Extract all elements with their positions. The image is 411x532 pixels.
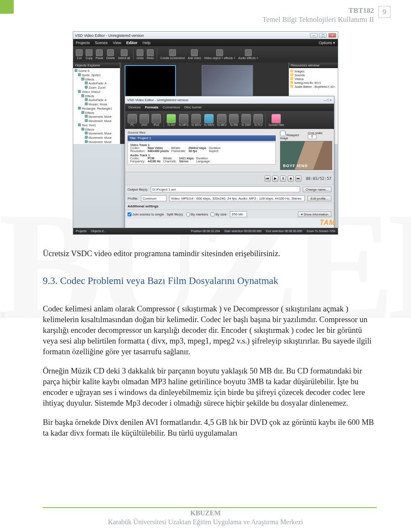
tree-item[interactable]: Sprite: Sprite1 (74, 73, 119, 78)
tree-item[interactable]: Movement: Move (74, 115, 119, 119)
by-markers-checkbox[interactable]: By markers (186, 212, 208, 216)
pause-button[interactable]: ⏸ (280, 176, 286, 182)
device-to-mov[interactable]: To MOV (191, 114, 201, 126)
tree-item[interactable]: Text: Text1 (74, 123, 119, 128)
device-to-mkv[interactable]: To MKV (217, 114, 227, 126)
size-value[interactable]: 650 Mb (230, 211, 247, 217)
redo-button[interactable]: Redo (147, 49, 154, 60)
video-track-heading: Video Track 1: (130, 143, 150, 146)
tree-item[interactable]: Video: Video2 (74, 90, 119, 94)
tree-item[interactable]: Movement: Move (74, 132, 119, 136)
tab-discburner[interactable]: Disc burner (184, 105, 202, 109)
video-track-table: Codec:Raw VideoBitrate:294912 kbpsDurati… (130, 146, 223, 152)
cut-icon (76, 49, 83, 56)
crop-spinner[interactable]: 0 (308, 134, 316, 139)
paste-button[interactable]: Paste (95, 49, 103, 60)
tree-item[interactable]: Mosaic: Mosa (74, 102, 119, 107)
tree-item[interactable]: Zoom: Zoom (74, 86, 119, 90)
tree-item[interactable]: Effects (74, 94, 119, 99)
source-label: Source files (128, 131, 276, 134)
device-ipod[interactable]: iPod (152, 114, 161, 126)
status-objects[interactable]: Objects E... (91, 230, 106, 233)
profile-preset[interactable]: Common (141, 195, 167, 201)
tree-item[interactable]: Movement: Move (74, 136, 119, 140)
main-toolbar: Cut Copy Paste Delete Select all Undo Re… (73, 46, 338, 63)
device-to-flv[interactable]: To FLV (253, 114, 263, 126)
paragraph-3: Bir başka örnekde Divx denilen AVI forma… (43, 417, 377, 439)
tree-item[interactable]: AudioFade: A (74, 81, 119, 86)
minimize-icon[interactable]: – (324, 98, 326, 102)
device-to-rm[interactable]: To RM (229, 114, 238, 126)
tree-item[interactable]: Rectangle: Rectangle1 (74, 107, 119, 111)
menu-scenes[interactable]: Scenes (95, 41, 108, 45)
prev-button[interactable]: ⏮ (265, 176, 271, 182)
menu-options[interactable]: Options ▾ (319, 41, 335, 45)
addvideo-icon (191, 49, 198, 56)
minimize-icon[interactable]: – (310, 33, 318, 38)
resources-list[interactable]: ImagesSoundsVideostuning.m4v.flv; ID=1Ju… (289, 68, 338, 90)
device-to-mpg[interactable]: To MPG (179, 114, 188, 126)
resource-item[interactable]: Images (290, 69, 337, 73)
play-button[interactable]: ▶ (272, 176, 278, 182)
device-row: PCDVDiPodTo AVITo MPGTo MOVTo WMVTo MKVT… (125, 111, 334, 129)
close-icon[interactable]: × (330, 98, 332, 102)
close-icon[interactable]: × (328, 33, 336, 38)
device-convert-files[interactable]: Convert files (268, 114, 284, 126)
device-icon (241, 114, 251, 123)
tree-item[interactable]: Scene 0 (74, 69, 119, 73)
videoobject-button[interactable]: Video object + effects + (204, 49, 235, 60)
delete-button[interactable]: Delete (106, 49, 115, 60)
tree-item[interactable]: AudioFade: A (74, 98, 119, 102)
preview-pane: Reaspect image Crop scale: 0 BOYF IEND (278, 129, 334, 172)
join-scenes-checkbox[interactable]: Join scenes to single (128, 212, 164, 216)
tree-item[interactable]: Effects (74, 78, 119, 82)
object-tree[interactable]: Scene 0Sprite: Sprite1EffectsAudioFade: … (73, 68, 120, 144)
undo-button[interactable]: Undo (137, 49, 144, 60)
resource-item[interactable]: tuning.m4v.flv; ID=1 (290, 81, 337, 85)
device-dvd[interactable]: DVD (140, 114, 149, 126)
additional-label: Additional settings (128, 204, 158, 208)
tab-devices[interactable]: Devices (128, 105, 140, 109)
screenshot-button[interactable]: Create screenshot (160, 49, 185, 60)
maximize-icon[interactable]: □ (319, 33, 327, 38)
reaspect-checkbox[interactable]: Reaspect image (280, 131, 308, 140)
tree-item[interactable]: Effects (74, 111, 119, 115)
tree-item[interactable]: Movement: Move (74, 140, 119, 144)
resource-item[interactable]: Sounds (290, 73, 337, 77)
section-heading: 9.3. Codec Problemi veya Bazı Film Dosya… (43, 274, 377, 287)
addvideo-button[interactable]: Add video (188, 49, 201, 60)
copy-icon (86, 49, 92, 56)
by-size-checkbox[interactable]: By size: (211, 212, 227, 216)
footer-org: KBUZEM (0, 509, 411, 518)
selectall-button[interactable]: Select all (118, 49, 130, 60)
show-info-button[interactable]: ▾ Show information (298, 212, 331, 217)
preview-image: BOYF IEND (280, 141, 332, 170)
tam-watermark: TAM (320, 219, 335, 227)
status-projects[interactable]: Projects (76, 230, 86, 233)
edit-profile-button[interactable]: Edit profile... (307, 196, 331, 201)
menu-help[interactable]: Help (143, 41, 151, 45)
tab-formats[interactable]: Formats (145, 105, 158, 109)
source-title[interactable]: Title: Project 1 (128, 135, 276, 141)
tab-conversion[interactable]: Conversion (163, 105, 180, 109)
device-to-swf[interactable]: To SWF (241, 114, 251, 126)
menu-editor[interactable]: Editor (126, 41, 137, 45)
maximize-icon[interactable]: □ (327, 98, 329, 102)
device-to-avi[interactable]: To AVI (167, 114, 176, 126)
tree-item[interactable]: Effects (74, 128, 119, 132)
menu-view[interactable]: View (113, 41, 121, 45)
device-icon (217, 114, 226, 123)
change-name-button[interactable]: Change name... (303, 187, 331, 192)
resource-item[interactable]: Videos (290, 77, 337, 81)
menu-projects[interactable]: Projects (76, 41, 90, 45)
cut-button[interactable]: Cut (76, 49, 83, 60)
output-path[interactable]: D:\Project 1.avi (151, 186, 300, 192)
resource-item[interactable]: Justin Bieber - Boyfriend.f; ID= (290, 85, 337, 89)
device-pc[interactable]: PC (128, 114, 137, 126)
tree-item[interactable]: Movement: Move (74, 119, 119, 123)
stop-button[interactable]: ■ (288, 176, 294, 182)
audioeffects-button[interactable]: Audio effects + (238, 49, 258, 60)
device-to-wmv[interactable]: To WMV (204, 114, 214, 126)
copy-button[interactable]: Copy (86, 49, 92, 60)
next-button[interactable]: ⏭ (295, 176, 301, 182)
